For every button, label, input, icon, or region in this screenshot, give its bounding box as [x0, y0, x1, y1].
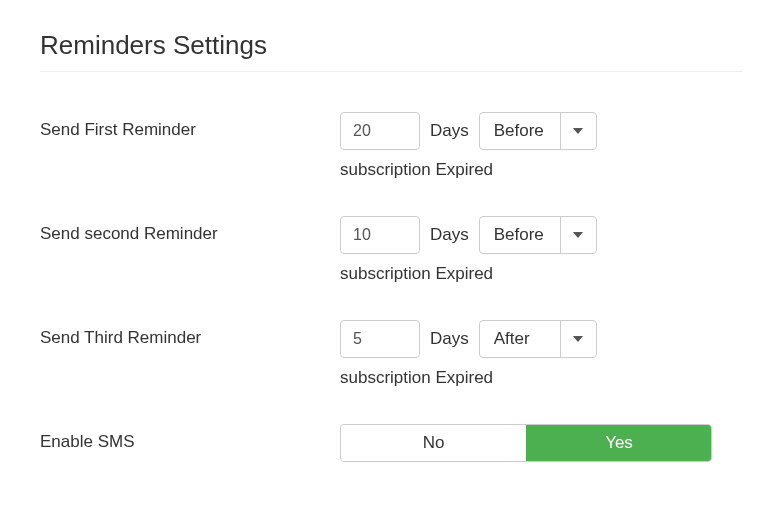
days-input-third[interactable] — [340, 320, 420, 358]
timing-dropdown-second[interactable]: Before — [479, 216, 597, 254]
divider — [40, 71, 743, 72]
label-first-reminder: Send First Reminder — [40, 112, 340, 140]
timing-value-first: Before — [480, 113, 560, 149]
timing-dropdown-third[interactable]: After — [479, 320, 597, 358]
toggle-sms-no[interactable]: No — [341, 425, 526, 461]
page-title: Reminders Settings — [40, 30, 743, 61]
helper-second: subscription Expired — [340, 264, 597, 284]
label-second-reminder: Send second Reminder — [40, 216, 340, 244]
row-third-reminder: Send Third Reminder Days After subscript… — [40, 320, 743, 388]
helper-first: subscription Expired — [340, 160, 597, 180]
timing-value-second: Before — [480, 217, 560, 253]
row-enable-sms: Enable SMS No Yes — [40, 424, 743, 462]
caret-down-icon[interactable] — [560, 321, 596, 357]
toggle-sms: No Yes — [340, 424, 712, 462]
days-unit-third: Days — [430, 329, 469, 349]
caret-down-icon[interactable] — [560, 113, 596, 149]
timing-value-third: After — [480, 321, 560, 357]
days-input-first[interactable] — [340, 112, 420, 150]
days-unit-first: Days — [430, 121, 469, 141]
caret-down-icon[interactable] — [560, 217, 596, 253]
inline-controls: Days Before — [340, 216, 597, 254]
toggle-sms-yes[interactable]: Yes — [526, 425, 711, 461]
controls-second-reminder: Days Before subscription Expired — [340, 216, 597, 284]
timing-dropdown-first[interactable]: Before — [479, 112, 597, 150]
inline-controls: Days After — [340, 320, 597, 358]
label-enable-sms: Enable SMS — [40, 424, 340, 452]
row-first-reminder: Send First Reminder Days Before subscrip… — [40, 112, 743, 180]
label-third-reminder: Send Third Reminder — [40, 320, 340, 348]
helper-third: subscription Expired — [340, 368, 597, 388]
controls-first-reminder: Days Before subscription Expired — [340, 112, 597, 180]
controls-third-reminder: Days After subscription Expired — [340, 320, 597, 388]
row-second-reminder: Send second Reminder Days Before subscri… — [40, 216, 743, 284]
inline-controls: Days Before — [340, 112, 597, 150]
days-unit-second: Days — [430, 225, 469, 245]
days-input-second[interactable] — [340, 216, 420, 254]
